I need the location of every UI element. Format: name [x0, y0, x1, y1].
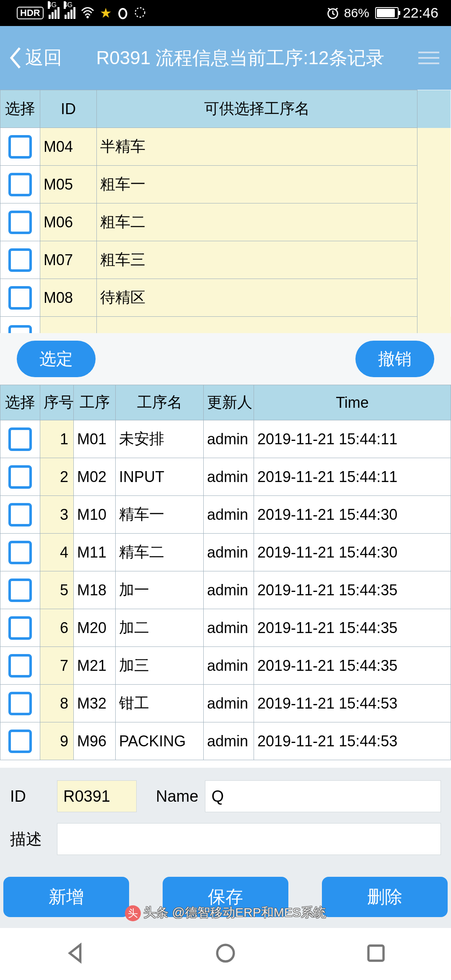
table-row[interactable]: 4M11精车二admin2019-11-21 15:44:30 — [0, 534, 451, 571]
middle-button-row: 选定 撤销 — [0, 333, 451, 385]
checkbox[interactable] — [8, 541, 32, 564]
header-select: 选择 — [0, 385, 40, 420]
table-row[interactable]: M04半精车 — [0, 128, 451, 166]
cell-pname: INPUT — [116, 458, 204, 496]
cell-time: 2019-11-21 15:44:11 — [254, 458, 451, 496]
checkbox[interactable] — [8, 427, 32, 451]
table-row[interactable]: 7M21加三admin2019-11-21 15:44:35 — [0, 647, 451, 685]
svg-point-3 — [135, 8, 145, 17]
header-proc: 工序 — [74, 385, 116, 420]
back-label: 返回 — [25, 45, 62, 70]
cell-name: 待精区 — [97, 279, 417, 317]
checkbox[interactable] — [8, 248, 32, 272]
cell-proc: M02 — [74, 458, 116, 496]
table-row[interactable]: 2M02INPUTadmin2019-11-21 15:44:11 — [0, 458, 451, 496]
checkbox[interactable] — [8, 616, 32, 640]
cell-pname: 精车二 — [116, 534, 204, 571]
nav-recent-button[interactable] — [365, 942, 387, 966]
cell-user: admin — [204, 685, 254, 722]
cell-user: admin — [204, 496, 254, 534]
battery-icon — [375, 7, 399, 19]
back-button[interactable]: 返回 — [8, 45, 62, 70]
header-time: Time — [254, 385, 451, 420]
cell-name: 粗车二 — [97, 203, 417, 241]
name-label: Name — [156, 787, 198, 805]
penguin-icon — [117, 6, 129, 20]
desc-input[interactable] — [57, 823, 441, 855]
checkbox[interactable] — [8, 503, 32, 526]
cell-proc: M18 — [74, 571, 116, 609]
cell-seq: 8 — [40, 685, 74, 722]
cell-seq: 1 — [40, 420, 74, 458]
cell-pname: 加一 — [116, 571, 204, 609]
checkbox[interactable] — [8, 135, 32, 159]
checkbox[interactable] — [8, 173, 32, 196]
cell-seq: 9 — [40, 722, 74, 760]
cell-id: M06 — [40, 203, 97, 241]
cell-user: admin — [204, 571, 254, 609]
selected-process-table[interactable]: 选择 序号 工序 工序名 更新人 Time 1M01未安排admin2019-1… — [0, 385, 451, 760]
desc-label: 描述 — [10, 829, 50, 850]
cell-proc: M11 — [74, 534, 116, 571]
cell-proc: M96 — [74, 722, 116, 760]
checkbox[interactable] — [8, 465, 32, 489]
cell-time: 2019-11-21 15:44:35 — [254, 571, 451, 609]
cell-proc: M01 — [74, 420, 116, 458]
name-input[interactable]: Q — [205, 780, 441, 812]
table-row[interactable]: M06粗车二 — [0, 203, 451, 241]
title-bar: 返回 R0391 流程信息当前工序:12条记录 — [0, 26, 451, 90]
checkbox[interactable] — [8, 579, 32, 602]
table-row[interactable]: 8M32钳工admin2019-11-21 15:44:53 — [0, 685, 451, 722]
cell-time: 2019-11-21 15:44:53 — [254, 685, 451, 722]
svg-point-0 — [86, 16, 89, 18]
checkbox[interactable] — [8, 211, 32, 234]
table-row[interactable]: M08待精区 — [0, 279, 451, 317]
cell-time: 2019-11-21 15:44:35 — [254, 609, 451, 647]
table-row[interactable]: 3M10精车一admin2019-11-21 15:44:30 — [0, 496, 451, 534]
cell-user: admin — [204, 420, 254, 458]
nav-back-button[interactable] — [64, 942, 86, 966]
checkbox[interactable] — [8, 692, 32, 715]
table-row[interactable]: M07粗车三 — [0, 241, 451, 279]
cell-time: 2019-11-21 15:44:30 — [254, 534, 451, 571]
table-row[interactable]: 1M01未安排admin2019-11-21 15:44:11 — [0, 420, 451, 458]
id-input[interactable]: R0391 — [57, 780, 137, 812]
cell-id: M04 — [40, 128, 97, 166]
header-seq: 序号 — [40, 385, 74, 420]
checkbox[interactable] — [8, 325, 32, 334]
cell-seq: 2 — [40, 458, 74, 496]
chevron-left-icon — [8, 47, 23, 69]
cell-name: 半精车 — [97, 128, 417, 166]
cell-proc: M21 — [74, 647, 116, 685]
menu-icon — [418, 52, 439, 53]
cell-pname: PACKING — [116, 722, 204, 760]
delete-button[interactable]: 删除 — [322, 877, 448, 917]
checkbox[interactable] — [8, 654, 32, 678]
cell-user: admin — [204, 647, 254, 685]
form-panel: ID R0391 Name Q 描述 — [0, 768, 451, 874]
clock-time: 22:46 — [403, 5, 438, 21]
cell-name: 粗车一 — [97, 166, 417, 203]
checkbox[interactable] — [8, 730, 32, 753]
table-row[interactable] — [0, 317, 451, 334]
table-row[interactable]: 9M96PACKINGadmin2019-11-21 15:44:53 — [0, 722, 451, 760]
save-button[interactable]: 保存 — [163, 877, 288, 917]
table-row[interactable]: M05粗车一 — [0, 166, 451, 203]
cell-user: admin — [204, 722, 254, 760]
cell-seq: 4 — [40, 534, 74, 571]
select-button[interactable]: 选定 — [17, 341, 96, 377]
cell-time: 2019-11-21 15:44:11 — [254, 420, 451, 458]
checkbox[interactable] — [8, 286, 32, 310]
wifi-icon — [80, 7, 95, 19]
cell-user: admin — [204, 534, 254, 571]
undo-button[interactable]: 撤销 — [355, 341, 434, 377]
available-process-table[interactable]: 选择 ID 可供选择工序名 M04半精车M05粗车一M06粗车二M07粗车三M0… — [0, 90, 451, 333]
table-row[interactable]: 5M18加一admin2019-11-21 15:44:35 — [0, 571, 451, 609]
svg-point-2 — [120, 10, 125, 18]
add-button[interactable]: 新增 — [3, 877, 129, 917]
signal-2-icon: 4G — [65, 7, 75, 19]
table-row[interactable]: 6M20加二admin2019-11-21 15:44:35 — [0, 609, 451, 647]
nav-home-button[interactable] — [214, 942, 237, 966]
cell-pname: 精车一 — [116, 496, 204, 534]
menu-button[interactable] — [418, 52, 443, 64]
